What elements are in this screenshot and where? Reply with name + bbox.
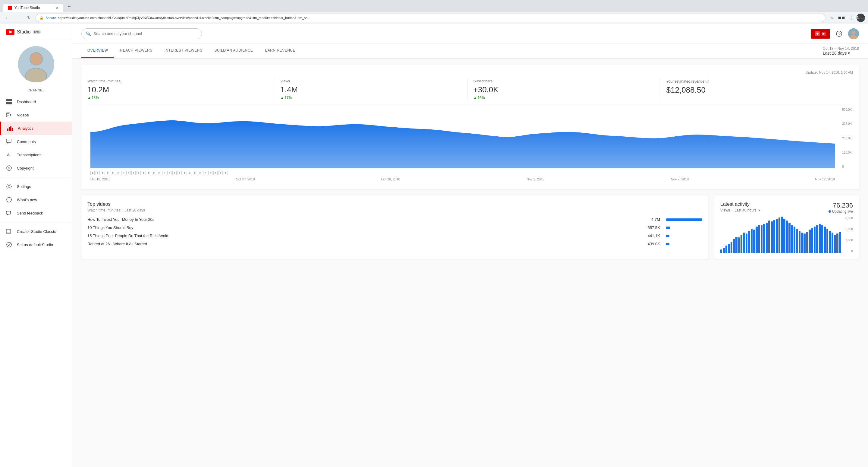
svg-point-29 (8, 185, 10, 187)
new-tab-button[interactable]: + (64, 2, 74, 12)
date-range: Oct 18 – Nov 14, 2018 Last 28 days ▾ (823, 47, 859, 56)
browser-toolbar: ← → ↻ 🔒 Secure https://studio.youtube.co… (0, 12, 868, 24)
up-arrow-icon: ▲ (280, 96, 284, 100)
activity-bar-item (743, 233, 745, 253)
sidebar-label-set-default: Set as default Studio (17, 242, 53, 247)
tab-revenue[interactable]: EARN REVENUE (259, 43, 301, 58)
video-title-3: 15 Things Poor People Do That the Rich A… (87, 233, 644, 238)
video-views-2: 557.5K (648, 225, 660, 230)
sidebar-item-send-feedback[interactable]: Send feedback (0, 206, 72, 220)
sidebar-item-set-default[interactable]: Set as default Studio (0, 238, 72, 251)
svg-rect-14 (7, 116, 8, 116)
stat-subscribers-change: ▲ 16% (473, 96, 654, 100)
reload-button[interactable]: ↻ (25, 13, 33, 22)
stat-views-label: Views (280, 79, 461, 83)
sidebar-divider-1 (0, 177, 72, 177)
forward-button[interactable]: → (14, 13, 22, 22)
browser-tab[interactable]: YouTube Studio ✕ (3, 4, 63, 12)
activity-bar-item (806, 232, 808, 253)
tab-reach[interactable]: REACH VIEWERS (114, 43, 158, 58)
sidebar-item-settings[interactable]: Settings (0, 180, 72, 193)
video-title-2: 10 Things You Should Buy (87, 225, 644, 230)
svg-rect-13 (7, 115, 9, 116)
activity-bar-item (778, 217, 780, 253)
activity-bar-item (821, 225, 823, 253)
latest-activity-header: Latest activity Views · Last 48 hours ▾ … (720, 202, 853, 213)
activity-bar-item (720, 250, 722, 253)
marker-play-14 (162, 171, 166, 175)
activity-chart-container: 3,000 2,000 1,000 0 (720, 216, 853, 253)
activity-bar-item (735, 237, 737, 253)
svg-rect-8 (9, 99, 12, 101)
stat-revenue-label: Your estimated revenue ⓘ (666, 79, 847, 84)
activity-bar-item (748, 231, 750, 253)
address-text: https://studio.youtube.com/channel/UCokI… (58, 16, 821, 20)
date-range-selector[interactable]: Last 28 days ▾ (823, 51, 859, 56)
feedback-icon (6, 210, 12, 216)
svg-text:!: ! (8, 198, 10, 202)
tab-interest[interactable]: INTEREST VIEWERS (158, 43, 209, 58)
activity-bar-item (746, 233, 747, 253)
activity-bar-item (827, 229, 828, 253)
svg-rect-19 (12, 127, 13, 131)
create-button[interactable] (811, 29, 830, 39)
activity-bar-item (758, 225, 760, 253)
marker-play-4 (111, 171, 115, 175)
svg-rect-39 (8, 233, 9, 233)
browser-user-avatar[interactable]: Nate (857, 13, 865, 22)
videos-icon (6, 112, 12, 118)
sidebar-item-comments[interactable]: Comments (0, 135, 72, 148)
sidebar-item-dashboard[interactable]: Dashboard (0, 95, 72, 108)
sidebar-item-videos[interactable]: Videos (0, 108, 72, 122)
sidebar-item-whats-new[interactable]: ! What's new (0, 193, 72, 206)
settings-icon (6, 183, 12, 189)
back-button[interactable]: ← (3, 13, 11, 22)
search-bar[interactable]: 🔍 (82, 28, 202, 39)
stat-watch-time-value: 10.2M (87, 85, 268, 94)
x-label-oct23: Oct 23, 2018 (236, 177, 255, 181)
channel-label: Channel (0, 88, 72, 92)
activity-meta[interactable]: Views · Last 48 hours ▾ (720, 208, 760, 212)
video-views-4: 439.0K (648, 242, 660, 246)
y-label-500k: 500.0K (842, 108, 852, 111)
transcriptions-icon: A (6, 152, 12, 158)
extensions-icon[interactable]: ⬛⬛ (837, 13, 846, 22)
sidebar-item-analytics[interactable]: Analytics (0, 122, 72, 135)
activity-bar-item (816, 225, 818, 253)
analytics-chart (90, 108, 835, 168)
activity-bar-item (723, 248, 724, 253)
tab-audience[interactable]: BUILD AN AUDIENCE (208, 43, 259, 58)
marker-play-24 (218, 171, 223, 175)
video-bar-1 (666, 218, 702, 221)
set-default-icon (6, 242, 12, 248)
marker-play-23 (213, 171, 218, 175)
y-label-250k: 250.0K (842, 137, 852, 140)
sidebar-item-transcriptions[interactable]: A Transcriptions (0, 148, 72, 162)
sidebar-item-copyright[interactable]: © Copyright (0, 162, 72, 175)
x-label-oct18: Oct 18, 2018 (90, 177, 110, 181)
activity-bar-item (725, 245, 727, 253)
user-avatar[interactable] (848, 28, 859, 39)
help-button[interactable]: ? (834, 28, 844, 39)
video-row-4: Retired at 26 - Where It All Started 439… (87, 242, 702, 246)
channel-avatar[interactable] (18, 46, 54, 82)
address-bar[interactable]: 🔒 Secure https://studio.youtube.com/chan… (36, 13, 825, 22)
tab-overview[interactable]: OVERVIEW (82, 43, 114, 58)
stat-revenue-value: $12,088.50 (666, 85, 847, 95)
bookmark-icon[interactable]: ☆ (828, 13, 836, 22)
sidebar-item-creator-studio[interactable]: Creator Studio Classic (0, 225, 72, 238)
svg-rect-10 (9, 102, 12, 105)
svg-rect-18 (10, 126, 11, 131)
search-input[interactable] (93, 31, 197, 36)
x-label-nov7: Nov 7, 2018 (671, 177, 689, 181)
up-arrow-icon: ▲ (87, 96, 91, 100)
secure-icon: 🔒 (39, 16, 44, 20)
tab-close-button[interactable]: ✕ (56, 6, 59, 10)
menu-icon[interactable]: ⋮ (847, 13, 855, 22)
activity-bar-item (819, 224, 821, 253)
stat-views-value: 1.4M (280, 85, 461, 94)
main-header: 🔍 ? (72, 24, 868, 43)
video-row-2: 10 Things You Should Buy 557.5K (87, 225, 702, 230)
stat-subscribers: Subscribers +30.0K ▲ 16% (467, 79, 660, 100)
browser-chrome: YouTube Studio ✕ + (0, 0, 868, 12)
